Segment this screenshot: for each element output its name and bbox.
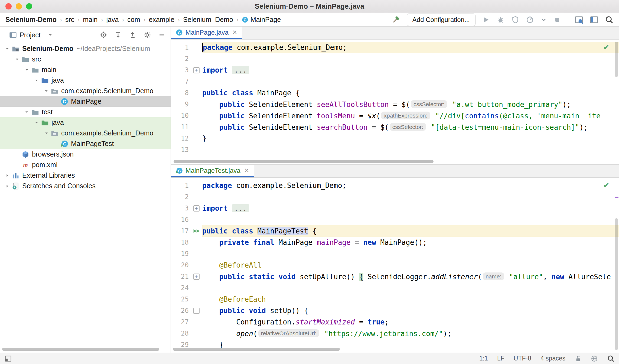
code-line[interactable]: 25 @BeforeEach — [171, 294, 619, 305]
horizontal-scrollbar[interactable] — [171, 159, 619, 165]
project-structure-icon[interactable] — [575, 15, 583, 24]
stop-icon[interactable] — [553, 16, 561, 24]
code-line[interactable]: 2 — [171, 53, 619, 64]
code-line[interactable]: 3+import ... — [171, 64, 619, 76]
tree-item-external-libraries[interactable]: External Libraries — [0, 170, 171, 181]
code-line[interactable]: 27 Configuration.startMaximized = true; — [171, 316, 619, 328]
code-area-mainpage[interactable]: 1package com.example.Selenium_Demo;23+im… — [171, 40, 619, 159]
run-test-icon[interactable] — [190, 225, 202, 237]
fold-marker-icon[interactable]: + — [190, 64, 202, 76]
breadcrumb-item-com[interactable]: com — [127, 16, 140, 24]
locate-file-icon[interactable] — [100, 31, 107, 39]
tree-item-main[interactable]: main — [0, 64, 171, 75]
search-everywhere-icon[interactable] — [605, 15, 614, 24]
chevron-down-icon[interactable] — [24, 109, 30, 115]
breadcrumb-item-main[interactable]: main — [83, 16, 97, 24]
fold-marker-icon[interactable]: − — [190, 305, 202, 316]
indent-setting[interactable]: 4 spaces — [540, 355, 565, 362]
collapse-all-icon[interactable] — [129, 31, 136, 39]
code-line[interactable]: 16 — [171, 214, 619, 225]
breadcrumb-item-src[interactable]: src — [65, 16, 74, 24]
inspections-ok-icon[interactable]: ✔ — [603, 180, 610, 190]
vertical-scrollbar[interactable] — [614, 40, 618, 159]
chevron-down-icon[interactable] — [34, 120, 39, 125]
breadcrumb-item-mainpage[interactable]: CMainPage — [242, 16, 281, 24]
code-line[interactable]: 2 — [171, 191, 619, 203]
code-line[interactable]: 17public class MainPageTest { — [171, 225, 619, 237]
code-line[interactable]: 19 — [171, 248, 619, 259]
tree-item-com-example-selenium-demo[interactable]: com.example.Selenium_Demo — [0, 86, 171, 96]
lock-icon[interactable] — [575, 355, 582, 362]
chevron-down-icon[interactable] — [5, 46, 10, 51]
code-line[interactable]: 10 public SelenideElement toolsMenu = $x… — [171, 110, 619, 121]
chevron-down-icon[interactable] — [540, 17, 547, 23]
tab-mainpage-java[interactable]: C MainPage.java ✕ — [171, 27, 242, 39]
breadcrumb-item-selenium-demo[interactable]: Selenium_Demo — [183, 16, 233, 24]
inspections-ok-icon[interactable]: ✔ — [603, 42, 610, 52]
tree-item-browsers-json[interactable]: browsers.json — [0, 149, 171, 160]
tree-item-com-example-selenium-demo[interactable]: com.example.Selenium_Demo — [0, 128, 171, 138]
tree-item-selenium-demo[interactable]: Selenium-Demo~/IdeaProjects/Selenium- — [0, 43, 171, 54]
profiler-icon[interactable] — [526, 16, 534, 24]
code-line[interactable]: 24 — [171, 282, 619, 294]
chevron-right-icon[interactable] — [5, 173, 10, 178]
tree-item-mainpage[interactable]: CMainPage — [0, 96, 171, 107]
search-icon[interactable] — [607, 355, 615, 362]
project-horizontal-scrollbar[interactable] — [0, 348, 171, 352]
tree-item-src[interactable]: src — [0, 54, 171, 64]
breadcrumb-item-example[interactable]: example — [149, 16, 175, 24]
globe-icon[interactable] — [591, 355, 598, 362]
code-line[interactable]: 1package com.example.Selenium_Demo; — [171, 42, 619, 53]
chevron-down-icon[interactable] — [24, 67, 30, 73]
tab-mainpagetest-java[interactable]: C MainPageTest.java ✕ — [171, 165, 254, 177]
code-line[interactable]: 21+ public static void setUpAllure() { S… — [171, 271, 619, 282]
chevron-down-icon[interactable] — [44, 131, 49, 136]
expand-all-icon[interactable] — [114, 31, 122, 39]
chevron-down-icon[interactable] — [14, 57, 20, 62]
tree-item-mainpagetest[interactable]: CMainPageTest — [0, 138, 171, 149]
add-configuration-button[interactable]: Add Configuration... — [407, 14, 475, 26]
tree-item-pom-xml[interactable]: mpom.xml — [0, 160, 171, 170]
editor-horizontal-scrollbar-bottom[interactable] — [172, 348, 611, 352]
minimize-window-button[interactable] — [16, 3, 22, 9]
code-line[interactable]: 18 private final MainPage mainPage = new… — [171, 237, 619, 248]
fold-marker-icon[interactable]: + — [190, 203, 202, 214]
code-line[interactable]: 12} — [171, 133, 619, 144]
fold-marker-icon[interactable]: + — [190, 271, 202, 282]
close-tab-icon[interactable]: ✕ — [232, 29, 237, 36]
settings-gear-icon[interactable] — [144, 31, 151, 39]
run-with-coverage-icon[interactable] — [511, 16, 519, 24]
code-line[interactable]: 28 open(relativeOrAbsoluteUrl: "https://… — [171, 328, 619, 339]
code-area-mainpagetest[interactable]: 1package com.example.Selenium_Demo;23+im… — [171, 178, 619, 353]
tree-item-java[interactable]: java — [0, 75, 171, 86]
code-line[interactable]: 9 public SelenideElement seeAllToolsButt… — [171, 99, 619, 110]
code-line[interactable]: 20 @BeforeAll — [171, 259, 619, 271]
code-line[interactable]: 3+import ... — [171, 203, 619, 214]
file-encoding[interactable]: UTF-8 — [514, 355, 531, 362]
code-line[interactable]: 13 — [171, 144, 619, 155]
close-window-button[interactable] — [5, 3, 12, 9]
run-icon[interactable] — [482, 16, 490, 24]
caret-position[interactable]: 1:1 — [479, 355, 488, 362]
code-line[interactable]: 7 — [171, 76, 619, 87]
tree-item-scratches-and-consoles[interactable]: Scratches and Consoles — [0, 181, 171, 191]
chevron-down-icon[interactable] — [34, 78, 39, 83]
vertical-scrollbar[interactable] — [614, 178, 618, 353]
chevron-down-icon[interactable] — [48, 32, 53, 38]
line-separator[interactable]: LF — [497, 355, 504, 362]
build-hammer-icon[interactable] — [392, 15, 400, 24]
code-line[interactable]: 1package com.example.Selenium_Demo; — [171, 180, 619, 191]
breadcrumb-item-selenium-demo[interactable]: Selenium-Demo — [5, 16, 57, 24]
tree-item-java[interactable]: java — [0, 117, 171, 128]
hide-panel-icon[interactable] — [158, 31, 166, 39]
code-line[interactable]: 8public class MainPage { — [171, 87, 619, 99]
toolwindow-toggle-icon[interactable] — [4, 355, 12, 362]
chevron-right-icon[interactable] — [5, 183, 10, 189]
project-panel-title[interactable]: Project — [19, 31, 41, 39]
close-tab-icon[interactable]: ✕ — [244, 167, 249, 174]
tree-item-test[interactable]: test — [0, 107, 171, 117]
breadcrumb-item-java[interactable]: java — [106, 16, 119, 24]
code-line[interactable]: 11 public SelenideElement searchButton =… — [171, 121, 619, 133]
chevron-down-icon[interactable] — [44, 88, 49, 94]
debug-icon[interactable] — [497, 16, 505, 24]
